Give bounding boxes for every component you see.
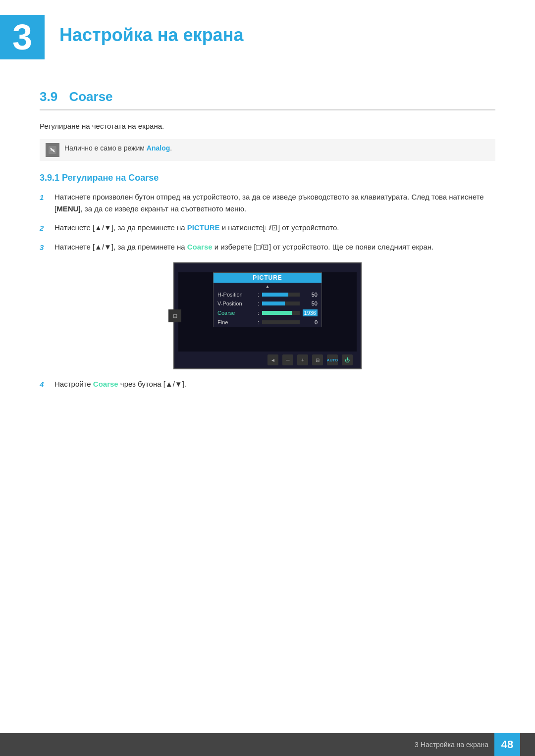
osd-row-h-position: H-Position : 50 — [214, 290, 321, 299]
step-number-1: 1 — [40, 192, 54, 203]
osd-row-v-position: V-Position : 50 — [214, 299, 321, 308]
osd-menu: PICTURE ▲ H-Position : 50 — [213, 272, 322, 327]
step-text-1: Натиснете произволен бутон отпред на уст… — [54, 191, 495, 215]
osd-bar-h — [262, 293, 300, 297]
ctrl-btn-square: ⊟ — [312, 354, 323, 365]
chapter-title: Настройка на екрана — [54, 15, 243, 46]
step-text-2: Натиснете [▲/▼], за да преминете на PICT… — [54, 222, 495, 234]
section-description: Регулиране на честотата на екрана. — [40, 120, 495, 132]
note-icon — [46, 143, 59, 157]
footer-chapter-label: 3 Настройка на екрана — [415, 741, 488, 749]
section-number: 3.9 — [40, 89, 57, 104]
chapter-number-block: 3 — [0, 15, 45, 59]
osd-value-coarse: 1936 — [303, 309, 318, 316]
step-number-3: 3 — [40, 242, 54, 253]
osd-bar-coarse — [262, 311, 299, 315]
osd-fill-h — [262, 293, 288, 297]
main-content: 3.9 Coarse Регулиране на честотата на ек… — [0, 69, 535, 437]
chapter-number: 3 — [12, 19, 32, 55]
step-number-4: 4 — [40, 379, 54, 391]
osd-label-h-position: H-Position — [217, 292, 255, 298]
step-number-2: 2 — [40, 222, 54, 234]
note-box: Налично е само в режим Analog. — [40, 139, 495, 161]
monitor-screen: PICTURE ▲ H-Position : 50 — [178, 272, 357, 352]
monitor-side-icon: ⊟ — [168, 309, 181, 322]
osd-value-fine: 0 — [303, 319, 318, 325]
section-title: 3.9 Coarse — [40, 89, 495, 110]
osd-row-coarse: Coarse : 1936 — [214, 308, 321, 318]
osd-arrow-up: ▲ — [214, 283, 321, 290]
step-2: 2 Натиснете [▲/▼], за да преминете на PI… — [40, 222, 495, 234]
step-3: 3 Натиснете [▲/▼], за да преминете на Co… — [40, 241, 495, 253]
note-text: Налично е само в режим Analog. — [64, 143, 172, 153]
osd-bar-v — [262, 302, 300, 305]
osd-row-fine: Fine : 0 — [214, 318, 321, 327]
ctrl-btn-auto: AUTO — [327, 354, 338, 365]
osd-fill-v — [262, 302, 285, 305]
step-text-3: Натиснете [▲/▼], за да преминете на Coar… — [54, 241, 495, 253]
footer: 3 Настройка на екрана 48 — [0, 733, 535, 756]
ctrl-btn-minus: ─ — [282, 354, 293, 365]
osd-title: PICTURE — [214, 273, 321, 283]
monitor-outer: PICTURE ▲ H-Position : 50 — [173, 262, 362, 369]
footer-page-number: 48 — [494, 733, 520, 756]
step-4: 4 Настройте Coarse чрез бутона [▲/▼]. — [40, 378, 495, 391]
osd-label-fine: Fine — [217, 319, 255, 325]
osd-fill-coarse — [262, 311, 292, 315]
step-text-4: Настройте Coarse чрез бутона [▲/▼]. — [54, 378, 495, 390]
osd-label-coarse: Coarse — [217, 310, 255, 316]
monitor-controls: ◄ ─ + ⊟ AUTO ⏻ — [178, 352, 357, 368]
chapter-header: 3 Настройка на екрана — [0, 0, 535, 69]
osd-value-h: 50 — [303, 292, 318, 298]
osd-bar-fine — [262, 320, 300, 324]
monitor-mockup: ⊟ PICTURE ▲ H-Position : 50 — [40, 262, 495, 369]
pencil-icon — [47, 145, 58, 155]
step-1: 1 Натиснете произволен бутон отпред на у… — [40, 191, 495, 215]
osd-label-v-position: V-Position — [217, 301, 255, 306]
ctrl-btn-left: ◄ — [268, 354, 278, 365]
ctrl-btn-power: ⏻ — [342, 354, 353, 365]
ctrl-btn-plus: + — [297, 354, 308, 365]
section-name: Coarse — [69, 89, 112, 104]
osd-value-v: 50 — [303, 301, 318, 306]
subsection-title: 3.9.1 Регулиране на Coarse — [40, 173, 495, 183]
